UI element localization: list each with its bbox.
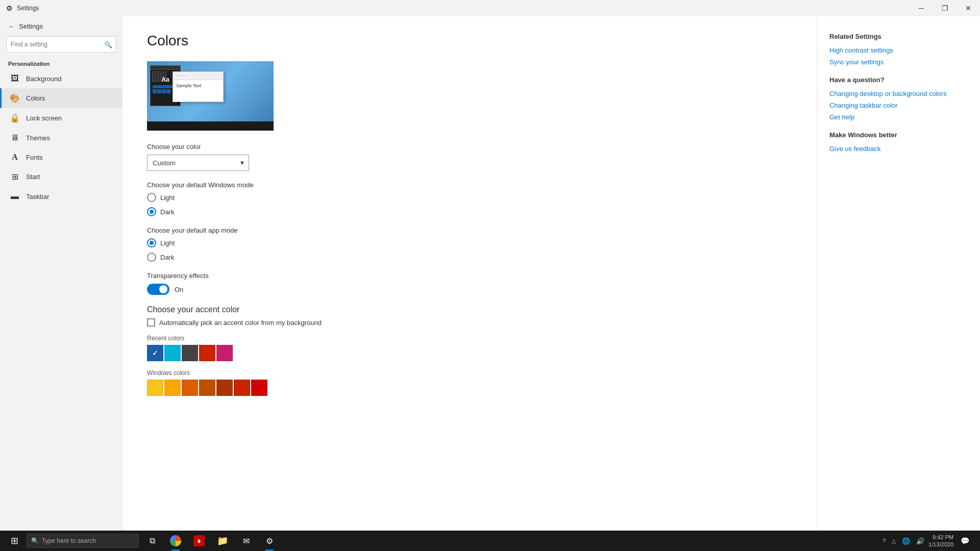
explorer-icon: 📁 (217, 535, 228, 546)
recent-colors-swatches (147, 345, 792, 361)
windows-logo-icon: ⊞ (11, 535, 18, 546)
taskbar-explorer[interactable]: 📁 (211, 531, 234, 551)
app-mode-light[interactable]: Light (147, 238, 792, 247)
title-bar-icon: ⚙ (6, 4, 13, 12)
transparency-toggle[interactable] (147, 284, 169, 295)
taskbar-task-view[interactable]: ⧉ (141, 531, 163, 551)
back-button[interactable]: ← Settings (0, 18, 122, 34)
taskbar-help-icon[interactable]: ? (880, 537, 888, 545)
windows-mode-dark[interactable]: Dark (147, 207, 792, 216)
sync-settings-link[interactable]: Sync your settings (829, 58, 968, 66)
transparency-label: Transparency effects (147, 272, 792, 280)
app-mode-label: Choose your default app mode (147, 227, 792, 234)
taskbar-settings-app[interactable]: ⚙ (258, 531, 281, 551)
get-help-link[interactable]: Get help (829, 113, 968, 121)
color-swatch-win-5[interactable] (234, 380, 250, 396)
auto-pick-checkbox-container[interactable]: Automatically pick an accent color from … (147, 318, 792, 327)
app-dark-label: Dark (160, 254, 174, 261)
sidebar-item-taskbar[interactable]: ▬ Taskbar (0, 187, 122, 206)
auto-pick-checkbox[interactable] (147, 318, 155, 327)
sidebar-item-colors[interactable]: 🎨 Colors (0, 88, 122, 108)
sidebar-item-themes[interactable]: 🖥 Themes (0, 128, 122, 147)
sidebar-item-start[interactable]: ⊞ Start (0, 167, 122, 187)
notification-icon[interactable]: 💬 (955, 531, 974, 551)
volume-icon[interactable]: 🔊 (914, 536, 926, 546)
app-mode-group: Light Dark (147, 238, 792, 262)
color-preview: Aa ─ ─ ─ Sample Text (147, 61, 274, 131)
back-icon: ← (8, 22, 15, 30)
lock-icon: 🔒 (10, 113, 20, 123)
preview-sample-text: Sample Text (173, 80, 223, 91)
app-mode-dark[interactable]: Dark (147, 253, 792, 262)
start-icon: ⊞ (10, 172, 20, 182)
sidebar-item-fonts[interactable]: A Fonts (0, 147, 122, 167)
taskbar-icon: ▬ (10, 192, 20, 201)
radio-windows-dark[interactable] (147, 207, 156, 216)
windows-light-label: Light (160, 194, 175, 202)
color-swatch-win-0[interactable] (147, 380, 163, 396)
windows-mode-light[interactable]: Light (147, 193, 792, 202)
have-question-title: Have a question? (829, 76, 968, 84)
network-icon[interactable]: 🌐 (900, 536, 912, 546)
color-swatch-win-1[interactable] (164, 380, 181, 396)
sidebar-item-label-start: Start (26, 173, 40, 181)
start-button[interactable]: ⊞ (2, 531, 27, 551)
radio-app-light[interactable] (147, 238, 156, 247)
color-swatch-recent-2[interactable] (182, 345, 198, 361)
preview-taskbar (147, 121, 274, 131)
taskbar-mail[interactable]: ✉ (235, 531, 257, 551)
color-swatch-recent-4[interactable] (216, 345, 233, 361)
sidebar-item-label-fonts: Fonts (26, 154, 43, 161)
colors-icon: 🎨 (10, 93, 20, 103)
minimize-button[interactable]: ─ (910, 0, 933, 16)
close-button[interactable]: ✕ (957, 0, 980, 16)
color-dropdown[interactable]: Custom Light Dark (147, 155, 249, 171)
chrome-icon (170, 535, 181, 546)
preview-desktop: Aa ─ ─ ─ Sample Text (147, 61, 274, 131)
color-swatch-recent-1[interactable] (164, 345, 181, 361)
title-bar: ⚙ Settings ─ ❐ ✕ (0, 0, 980, 16)
game-icon: ♦ (193, 535, 205, 546)
page-title: Colors (147, 33, 792, 49)
related-settings-title: Related Settings (829, 33, 968, 40)
color-swatch-win-3[interactable] (199, 380, 215, 396)
color-swatch-win-6[interactable] (251, 380, 267, 396)
restore-button[interactable]: ❐ (933, 0, 957, 16)
taskbar-app-icons: ⧉ ♦ 📁 ✉ ⚙ (141, 531, 281, 551)
high-contrast-link[interactable]: High contrast settings (829, 46, 968, 54)
transparency-toggle-container: On (147, 284, 792, 295)
system-clock[interactable]: 9:42 PM 1/13/2020 (928, 534, 953, 548)
feedback-link[interactable]: Give us feedback (829, 145, 968, 153)
sidebar-item-background[interactable]: 🖼 Background (0, 69, 122, 88)
main-content: Colors (122, 16, 817, 531)
auto-pick-label: Automatically pick an accent color from … (159, 319, 322, 327)
windows-colors-swatches (147, 380, 792, 396)
choose-color-label: Choose your color (147, 143, 792, 151)
windows-colors-label: Windows colors (147, 369, 792, 377)
sidebar-item-lock-screen[interactable]: 🔒 Lock screen (0, 108, 122, 128)
radio-app-dark[interactable] (147, 253, 156, 262)
taskbar-game[interactable]: ♦ (188, 531, 210, 551)
sidebar: ← Settings 🔍 Personalization 🖼 Backgroun… (0, 16, 122, 531)
search-input[interactable] (6, 36, 116, 53)
sidebar-item-label-colors: Colors (26, 94, 45, 102)
color-swatch-recent-0[interactable] (147, 345, 163, 361)
taskbar-search-box[interactable]: 🔍 Type here to search (27, 534, 139, 548)
clock-date: 1/13/2020 (928, 541, 953, 548)
changing-desktop-link[interactable]: Changing desktop or background colors (829, 90, 968, 97)
title-bar-title: Settings (17, 5, 39, 12)
transparency-toggle-label: On (175, 286, 183, 293)
windows-dark-label: Dark (160, 208, 174, 216)
radio-windows-light[interactable] (147, 193, 156, 202)
color-swatch-recent-3[interactable] (199, 345, 215, 361)
taskbar: ⊞ 🔍 Type here to search ⧉ ♦ 📁 ✉ ⚙ ? △ 🌐 … (0, 531, 980, 551)
taskbar-search-icon: 🔍 (31, 537, 39, 544)
taskbar-chrome[interactable] (164, 531, 187, 551)
taskbar-chevron-icon[interactable]: △ (890, 537, 898, 545)
search-icon: 🔍 (104, 41, 112, 48)
task-view-icon: ⧉ (146, 535, 158, 546)
color-swatch-win-2[interactable] (182, 380, 198, 396)
color-swatch-win-4[interactable] (216, 380, 233, 396)
changing-taskbar-link[interactable]: Changing taskbar color (829, 102, 968, 109)
color-dropdown-container: Custom Light Dark ▼ (147, 155, 249, 171)
